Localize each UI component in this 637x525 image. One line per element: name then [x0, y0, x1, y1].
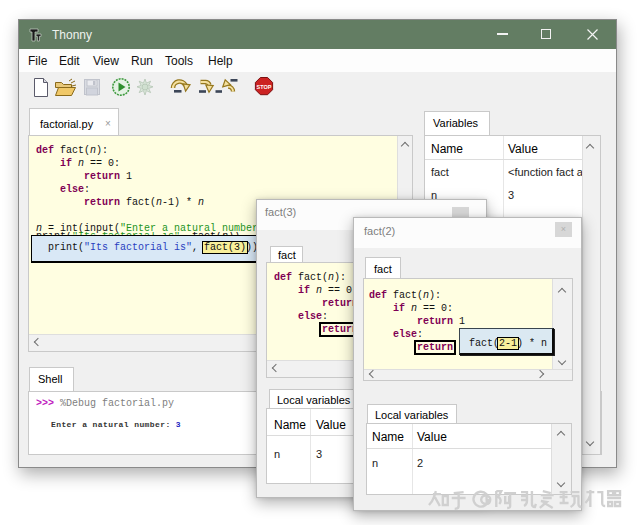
svg-text:STOP: STOP	[257, 84, 272, 90]
